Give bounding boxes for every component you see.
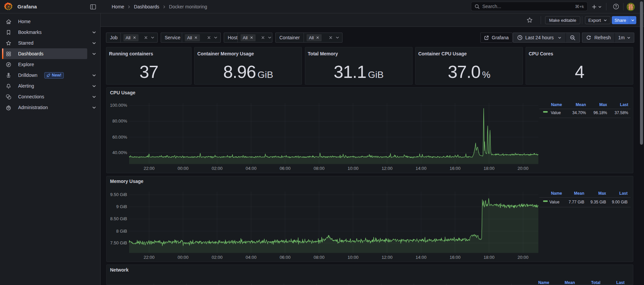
svg-text:16:00: 16:00: [449, 255, 461, 260]
svg-text:20:00: 20:00: [518, 166, 529, 171]
svg-text:02:00: 02:00: [212, 255, 223, 260]
svg-text:Name: Name: [538, 280, 549, 285]
svg-text:80.00%: 80.00%: [112, 118, 127, 124]
svg-text:08:00: 08:00: [314, 255, 325, 260]
svg-text:12:00: 12:00: [382, 255, 393, 260]
svg-text:Max: Max: [599, 102, 607, 107]
svg-text:37.58%: 37.58%: [614, 110, 628, 115]
svg-text:04:00: 04:00: [246, 166, 257, 171]
svg-text:40.00%: 40.00%: [112, 150, 127, 155]
svg-text:22:00: 22:00: [144, 255, 155, 260]
svg-text:18:00: 18:00: [484, 255, 495, 260]
svg-text:10:00: 10:00: [347, 255, 359, 260]
svg-text:06:00: 06:00: [280, 166, 291, 171]
svg-text:8.50 GiB: 8.50 GiB: [110, 216, 127, 221]
svg-text:14:00: 14:00: [416, 255, 427, 260]
svg-text:9.00 GiB: 9.00 GiB: [612, 200, 628, 204]
svg-text:Name: Name: [551, 102, 562, 107]
svg-text:Mean: Mean: [576, 102, 586, 107]
svg-text:08:00: 08:00: [314, 166, 325, 171]
svg-text:Mean: Mean: [574, 191, 584, 196]
svg-text:Max: Max: [598, 191, 606, 196]
svg-text:00:00: 00:00: [178, 166, 189, 171]
svg-text:7.77 GiB: 7.77 GiB: [569, 200, 584, 204]
svg-text:00:00: 00:00: [178, 255, 189, 260]
svg-text:Last: Last: [619, 191, 628, 196]
svg-text:Value: Value: [549, 200, 559, 204]
svg-text:12:00: 12:00: [382, 166, 393, 171]
svg-text:Value: Value: [551, 110, 561, 115]
svg-text:16:00: 16:00: [449, 166, 461, 171]
svg-text:04:00: 04:00: [246, 255, 257, 260]
svg-text:Last: Last: [620, 102, 628, 107]
svg-text:06:00: 06:00: [280, 255, 291, 260]
svg-text:9.35 GiB: 9.35 GiB: [590, 200, 606, 204]
svg-text:9.50 GiB: 9.50 GiB: [110, 192, 127, 197]
svg-text:96.18%: 96.18%: [593, 110, 607, 115]
svg-text:02:00: 02:00: [212, 166, 223, 171]
svg-text:Mean: Mean: [565, 280, 575, 285]
svg-text:9 GiB: 9 GiB: [116, 204, 127, 209]
svg-text:18:00: 18:00: [484, 166, 495, 171]
svg-text:7.50 GiB: 7.50 GiB: [110, 240, 127, 245]
svg-text:Name: Name: [551, 191, 562, 196]
svg-text:60.00%: 60.00%: [112, 135, 127, 140]
svg-text:100.00%: 100.00%: [110, 103, 127, 108]
svg-text:Total: Total: [591, 280, 600, 285]
svg-text:20:00: 20:00: [518, 255, 529, 260]
svg-text:22:00: 22:00: [144, 166, 155, 171]
svg-text:8 GiB: 8 GiB: [116, 229, 127, 234]
svg-text:34.70%: 34.70%: [572, 110, 586, 115]
svg-text:10:00: 10:00: [347, 166, 359, 171]
svg-text:14:00: 14:00: [416, 166, 427, 171]
svg-text:Last: Last: [616, 280, 625, 285]
